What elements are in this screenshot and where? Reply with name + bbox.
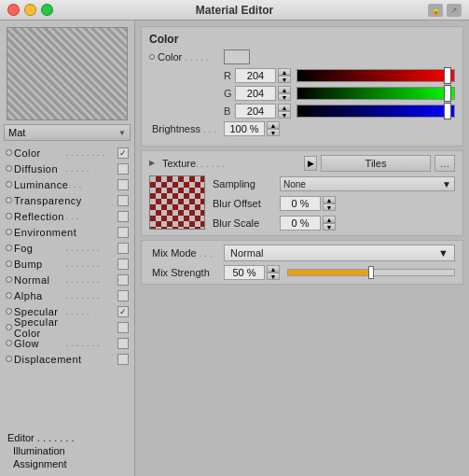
texture-expand-btn[interactable]: ▶	[149, 159, 159, 168]
window-controls[interactable]	[7, 4, 53, 16]
blur-offset-up[interactable]: ▲	[323, 196, 336, 203]
sampling-value: None	[283, 179, 306, 189]
channel-dots-specular: . . . . .	[66, 306, 118, 316]
g-down[interactable]: ▼	[278, 93, 291, 101]
brightness-up[interactable]: ▲	[267, 121, 280, 129]
channel-checkbox-environment[interactable]	[117, 227, 129, 238]
editor-link-editor[interactable]: Editor . . . . . . .	[7, 431, 127, 444]
brightness-value[interactable]: 100 %	[224, 121, 265, 136]
channel-environment[interactable]: Environment	[0, 224, 134, 240]
mix-strength-down[interactable]: ▼	[267, 273, 280, 280]
channel-checkbox-displacement[interactable]	[117, 354, 129, 365]
channel-alpha[interactable]: Alpha . . . . . . .	[0, 287, 134, 303]
channel-dots-glow: . . . . . . .	[66, 338, 118, 348]
channel-glow[interactable]: Glow . . . . . . .	[0, 335, 134, 351]
brightness-down[interactable]: ▼	[267, 129, 280, 136]
blur-scale-stepper[interactable]: ▲ ▼	[323, 216, 336, 231]
b-thumb[interactable]	[444, 103, 451, 119]
texture-arrow-btn[interactable]: ▶	[304, 156, 317, 171]
arrow-icon[interactable]: ↗	[447, 4, 462, 17]
channel-checkbox-glow[interactable]	[117, 338, 129, 349]
svg-point-6	[30, 36, 104, 111]
mix-slider-thumb[interactable]	[368, 266, 374, 279]
channel-dots-luminance: . . .	[68, 179, 117, 189]
g-stepper[interactable]: ▲ ▼	[278, 86, 291, 101]
b-bar	[297, 105, 455, 118]
editor-link-illumination[interactable]: Illumination	[7, 444, 127, 457]
channel-transparency[interactable]: Transparency	[0, 192, 134, 208]
channel-checkbox-alpha[interactable]	[117, 290, 129, 301]
title-bar: Material Editor 🔒 ↗	[0, 0, 469, 21]
channel-checkbox-normal[interactable]	[117, 274, 129, 286]
r-up[interactable]: ▲	[278, 68, 291, 76]
channel-dots-normal: . . . . . . .	[66, 274, 118, 285]
channel-checkbox-specular[interactable]	[117, 306, 129, 317]
texture-ellipsis-btn[interactable]: …	[435, 155, 455, 172]
channel-bump[interactable]: Bump . . . . . . .	[0, 256, 134, 272]
channel-diffusion[interactable]: Diffusion . . . . .	[0, 161, 134, 176]
g-up[interactable]: ▲	[278, 86, 291, 93]
tiles-button[interactable]: Tiles	[321, 155, 431, 172]
mix-strength-up[interactable]: ▲	[267, 265, 280, 273]
texture-section: ▶ Texture . . . . . . ▶ Tiles … Sampling…	[141, 150, 463, 236]
r-stepper[interactable]: ▲ ▼	[278, 68, 291, 83]
channel-dot-specularcolor	[6, 324, 12, 330]
color-section-header: Color	[149, 33, 455, 46]
channel-label-transparency: Transparency	[14, 195, 82, 206]
channel-color[interactable]: Color . . . . . . . .	[0, 145, 134, 161]
channel-label-fog: Fog	[14, 243, 66, 254]
channel-specularcolor[interactable]: Specular Color	[0, 319, 134, 335]
channel-reflection[interactable]: Reflection . . .	[0, 208, 134, 224]
mix-mode-select[interactable]: Normal ▼	[224, 245, 455, 261]
channel-checkbox-diffusion[interactable]	[117, 163, 129, 175]
b-value[interactable]: 204	[235, 104, 276, 119]
texture-label: Texture	[162, 158, 196, 169]
sampling-select[interactable]: None ▼	[280, 176, 455, 191]
r-thumb[interactable]	[444, 67, 451, 84]
maximize-button[interactable]	[41, 4, 53, 16]
lock-icon[interactable]: 🔒	[428, 4, 443, 17]
channel-normal[interactable]: Normal . . . . . . .	[0, 272, 134, 287]
minimize-button[interactable]	[24, 4, 36, 16]
channel-checkbox-color[interactable]	[117, 147, 129, 159]
editor-link-assignment[interactable]: Assignment	[7, 457, 127, 470]
b-down[interactable]: ▼	[278, 111, 291, 119]
color-swatch[interactable]	[224, 49, 250, 64]
blur-scale-value[interactable]: 0 %	[280, 216, 321, 231]
r-down[interactable]: ▼	[278, 76, 291, 83]
g-label: G	[224, 88, 235, 99]
blur-scale-down[interactable]: ▼	[323, 223, 336, 231]
g-value[interactable]: 204	[235, 86, 276, 101]
blur-offset-value[interactable]: 0 %	[280, 196, 321, 211]
close-button[interactable]	[7, 4, 20, 16]
channel-checkbox-specularcolor[interactable]	[117, 322, 129, 333]
blur-scale-row: Blur Scale 0 % ▲ ▼	[213, 215, 455, 231]
brightness-stepper[interactable]: ▲ ▼	[267, 121, 280, 136]
mix-slider-container[interactable]	[287, 266, 455, 279]
blur-offset-down[interactable]: ▼	[323, 203, 336, 211]
channel-fog[interactable]: Fog . . . . . . .	[0, 240, 134, 256]
channel-displacement[interactable]: Displacement	[0, 351, 134, 367]
color-label: Color . . . . .	[149, 51, 224, 63]
channel-checkbox-luminance[interactable]	[117, 179, 129, 190]
mix-strength-value[interactable]: 50 %	[224, 265, 265, 280]
channel-dot-diffusion	[6, 165, 12, 172]
blur-offset-stepper[interactable]: ▲ ▼	[323, 196, 336, 211]
channel-checkbox-reflection[interactable]	[117, 211, 129, 222]
svg-point-5	[30, 36, 104, 111]
channel-checkbox-fog[interactable]	[117, 243, 129, 254]
channel-luminance[interactable]: Luminance . . .	[0, 176, 134, 192]
b-stepper[interactable]: ▲ ▼	[278, 104, 291, 119]
mix-strength-stepper[interactable]: ▲ ▼	[267, 265, 280, 280]
material-preview	[7, 27, 128, 120]
channel-dots-bump: . . . . . . .	[66, 259, 118, 269]
b-up[interactable]: ▲	[278, 104, 291, 111]
channel-checkbox-bump[interactable]	[117, 259, 129, 270]
channel-label-diffusion: Diffusion	[14, 163, 66, 175]
material-name-bar[interactable]: Mat ▼	[4, 124, 131, 141]
channel-checkbox-transparency[interactable]	[117, 195, 129, 206]
channel-dot-specular	[6, 308, 12, 315]
g-thumb[interactable]	[444, 85, 451, 102]
r-value[interactable]: 204	[235, 68, 276, 83]
blur-scale-up[interactable]: ▲	[323, 216, 336, 223]
